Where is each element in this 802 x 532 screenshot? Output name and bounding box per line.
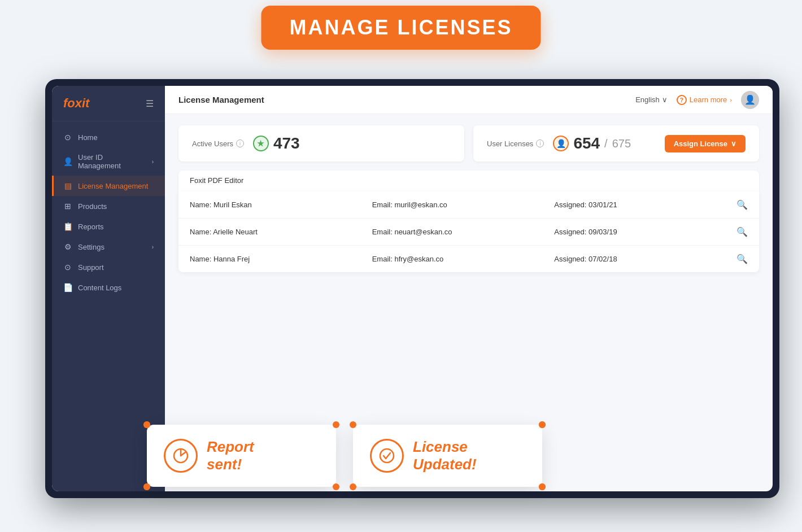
support-icon: ⊙ (63, 263, 72, 272)
active-users-value: ★ 473 (253, 134, 300, 152)
data-table: Name: Muril Eskan Email: muril@eskan.co … (178, 191, 759, 272)
row2-email: Email: neuart@eskan.co (372, 228, 543, 236)
row3-date: Assigned: 07/02/18 (554, 255, 725, 263)
sidebar-item-support-label: Support (78, 263, 104, 272)
row2-name: Name: Arielle Neuart (190, 228, 361, 236)
row3-search-icon[interactable]: 🔍 (736, 254, 748, 264)
user-licenses-value: 👤 654 / 675 (553, 134, 631, 152)
license-updated-card: License Updated! (353, 425, 542, 487)
sidebar-item-license-management[interactable]: ▤ License Management (52, 176, 165, 196)
logo-text: foxit (63, 96, 89, 111)
row3-email: Email: hfry@eskan.co (372, 255, 543, 263)
tab-foxit-pdf-editor[interactable]: Foxit PDF Editor (178, 171, 255, 191)
sidebar-item-products-label: Products (78, 202, 107, 211)
dot-tr2 (539, 421, 546, 428)
help-icon: ? (677, 95, 687, 105)
dot-tl2 (350, 421, 356, 428)
sidebar-item-content-logs[interactable]: 📄 Content Logs (52, 277, 165, 298)
floating-cards-container: Report sent! License Updated! (147, 425, 542, 487)
users-star-icon: ★ (253, 136, 269, 151)
row1-date: Assigned: 03/01/21 (554, 200, 725, 209)
language-label: English (635, 95, 660, 104)
user-avatar[interactable]: 👤 (741, 91, 759, 109)
sidebar-item-user-id-management[interactable]: 👤 User ID Management › (52, 147, 165, 176)
sidebar-item-license-label: License Management (78, 182, 148, 190)
header-badge: MANAGE LICENSES (261, 6, 541, 50)
row2-date: Assigned: 09/03/19 (554, 228, 725, 236)
sidebar-item-settings[interactable]: ⚙ Settings › (52, 237, 165, 257)
assign-license-button[interactable]: Assign License ∨ (665, 135, 746, 152)
sidebar-item-reports-label: Reports (78, 223, 104, 231)
row3-name: Name: Hanna Frej (190, 255, 361, 263)
report-sent-text: Report sent! (207, 438, 254, 473)
license-icon: ▤ (63, 181, 72, 190)
lang-arrow-icon: ∨ (662, 95, 668, 104)
license-updated-text: License Updated! (413, 438, 477, 473)
user-licenses-card: User Licenses i 👤 654 / 675 Assign Licen… (473, 125, 759, 162)
top-bar-right: English ∨ ? Learn more › 👤 (635, 91, 759, 109)
row1-name: Name: Muril Eskan (190, 200, 361, 209)
stats-row: Active Users i ★ 473 User Licenses (178, 125, 759, 162)
user-icon: 👤 (63, 157, 72, 166)
svg-point-3 (380, 449, 394, 463)
tab-bar: Foxit PDF Editor (178, 171, 759, 191)
reports-icon: 📋 (63, 222, 72, 231)
learn-more-arrow-icon: › (730, 97, 732, 103)
sidebar-item-home-label: Home (78, 133, 98, 142)
dot-tr (333, 421, 339, 428)
table-row: Name: Hanna Frej Email: hfry@eskan.co As… (178, 246, 759, 272)
user-licenses-info-icon[interactable]: i (536, 139, 544, 147)
header-badge-title: MANAGE LICENSES (289, 16, 512, 40)
sidebar-item-support[interactable]: ⊙ Support (52, 257, 165, 277)
dot-br2 (539, 483, 546, 490)
dot-br (333, 483, 339, 490)
active-users-info-icon[interactable]: i (236, 139, 244, 147)
sidebar-logo: foxit ☰ (52, 86, 165, 121)
sidebar-item-reports[interactable]: 📋 Reports (52, 216, 165, 237)
active-users-label: Active Users i (192, 139, 244, 148)
sidebar-item-settings-label: Settings (78, 243, 104, 251)
nav-arrow-settings: › (152, 244, 154, 250)
top-bar: License Management English ∨ ? Learn mor… (165, 86, 773, 114)
language-selector[interactable]: English ∨ (635, 95, 668, 104)
row1-search-icon[interactable]: 🔍 (736, 199, 748, 210)
table-row: Name: Muril Eskan Email: muril@eskan.co … (178, 191, 759, 219)
home-icon: ⊙ (63, 133, 72, 142)
row2-search-icon[interactable]: 🔍 (736, 226, 748, 237)
hamburger-icon[interactable]: ☰ (146, 98, 154, 109)
active-users-card: Active Users i ★ 473 (178, 125, 464, 162)
user-licenses-label: User Licenses i (487, 139, 544, 148)
sidebar-item-uid-label: User ID Management (78, 153, 146, 170)
table-row: Name: Arielle Neuart Email: neuart@eskan… (178, 219, 759, 246)
dot-tl (143, 421, 150, 428)
learn-more-text: Learn more (690, 95, 727, 104)
report-sent-icon-circle (164, 439, 198, 473)
products-icon: ⊞ (63, 202, 72, 211)
licenses-total: / (604, 137, 608, 150)
dot-bl2 (350, 483, 356, 490)
page-title: License Management (178, 95, 264, 104)
licenses-person-icon: 👤 (553, 136, 569, 151)
sidebar-item-products[interactable]: ⊞ Products (52, 196, 165, 216)
content-logs-icon: 📄 (63, 283, 72, 292)
assign-btn-arrow: ∨ (731, 139, 736, 148)
dot-bl (143, 483, 150, 490)
license-updated-icon-circle (370, 439, 404, 473)
sidebar-item-content-logs-label: Content Logs (78, 284, 121, 292)
report-sent-card: Report sent! (147, 425, 336, 487)
sidebar-item-home[interactable]: ⊙ Home (52, 127, 165, 147)
settings-icon: ⚙ (63, 242, 72, 251)
row1-email: Email: muril@eskan.co (372, 200, 543, 209)
help-link[interactable]: ? Learn more › (677, 95, 732, 105)
nav-arrow-uid: › (152, 159, 154, 165)
